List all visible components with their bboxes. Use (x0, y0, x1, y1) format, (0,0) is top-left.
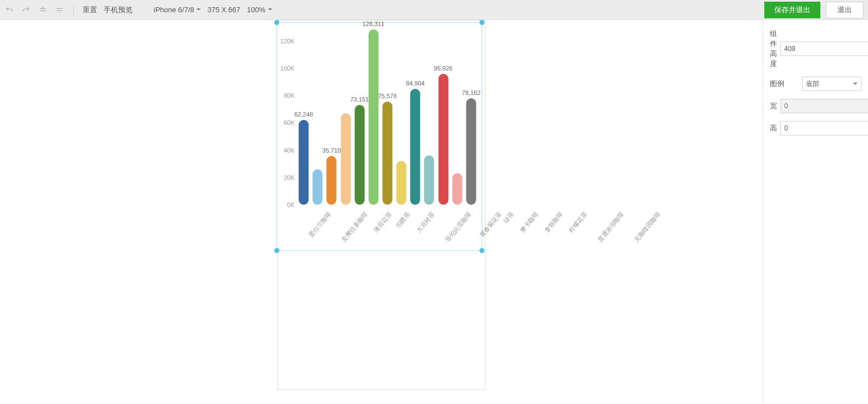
save-and-exit-button[interactable]: 保存并退出 (764, 2, 820, 18)
zoom-select[interactable]: 100% (247, 6, 272, 14)
component-height-label: 组件高度 (770, 29, 777, 69)
bar-value-label: 78,162 (462, 89, 481, 96)
y-tick: 100K (278, 65, 295, 72)
phone-preview-frame: 0K20K40K60K80K100K120K62,24835,71073,151… (277, 20, 485, 390)
x-axis-label: 无咖啡因咖啡 (632, 210, 686, 264)
chart-bar[interactable]: 84,904 (410, 89, 420, 205)
mobile-preview-button[interactable]: 手机预览 (104, 5, 133, 15)
properties-sidebar: 组件高度 px 图例 底部 宽 px 高 px (763, 20, 868, 404)
insert-above-icon[interactable] (38, 5, 48, 15)
legend-label: 图例 (770, 79, 799, 89)
legend-height-input[interactable] (780, 121, 868, 135)
canvas-area[interactable]: 0K20K40K60K80K100K120K62,24835,71073,151… (0, 20, 763, 404)
chart-bar[interactable]: 35,710 (327, 156, 337, 205)
chart-bar[interactable]: 62,248 (299, 120, 309, 205)
device-size-label: 375 X 667 (207, 6, 240, 14)
chart-x-labels: 爱尔兰咖啡安摩拉多咖啡薄荷花茶伯爵茶大吉岭茶哥伦比亚咖啡黄春菊花茶绿茶摩卡咖啡拿… (297, 208, 478, 247)
bar-value-label: 62,248 (295, 111, 313, 118)
chart-bar[interactable] (397, 161, 407, 205)
chart-bar[interactable]: 78,162 (466, 98, 476, 205)
chart-bar[interactable] (424, 155, 434, 205)
width-label: 宽 (770, 101, 777, 111)
chart-bar[interactable] (452, 173, 462, 205)
y-tick: 20K (278, 174, 295, 181)
y-tick: 120K (278, 38, 295, 44)
reset-button[interactable]: 重置 (83, 5, 97, 15)
bar-value-label: 75,578 (378, 93, 397, 99)
chart-bar[interactable]: 75,578 (383, 102, 393, 205)
chart-plot-area: 0K20K40K60K80K100K120K62,24835,71073,151… (297, 27, 478, 205)
chart-bar[interactable]: 73,151 (354, 105, 364, 205)
legend-height-label: 高 (770, 123, 777, 133)
insert-below-icon[interactable] (54, 5, 64, 15)
y-tick: 60K (278, 119, 295, 126)
y-tick: 40K (278, 147, 295, 154)
chart-bar[interactable]: 128,311 (368, 29, 378, 205)
bar-value-label: 128,311 (362, 21, 384, 27)
chart-bar[interactable] (313, 169, 323, 205)
exit-button[interactable]: 退出 (826, 2, 864, 18)
y-tick: 80K (278, 92, 295, 99)
bar-value-label: 95,926 (434, 65, 453, 72)
legend-width-input (780, 99, 868, 113)
device-select[interactable]: iPhone 6/7/8 (154, 6, 201, 14)
redo-icon[interactable] (21, 5, 31, 15)
y-tick: 0K (278, 201, 295, 208)
bar-value-label: 84,904 (406, 80, 425, 87)
chart-component[interactable]: 0K20K40K60K80K100K120K62,24835,71073,151… (276, 22, 482, 251)
component-height-input[interactable] (780, 42, 868, 56)
top-toolbar: 重置 手机预览 iPhone 6/7/8 375 X 667 100% 保存并退… (0, 0, 868, 20)
legend-select[interactable]: 底部 (802, 77, 861, 91)
undo-icon[interactable] (4, 5, 14, 15)
chart-bar[interactable] (341, 113, 351, 205)
toolbar-separator (73, 5, 74, 15)
chart-bar[interactable]: 95,926 (438, 74, 448, 205)
